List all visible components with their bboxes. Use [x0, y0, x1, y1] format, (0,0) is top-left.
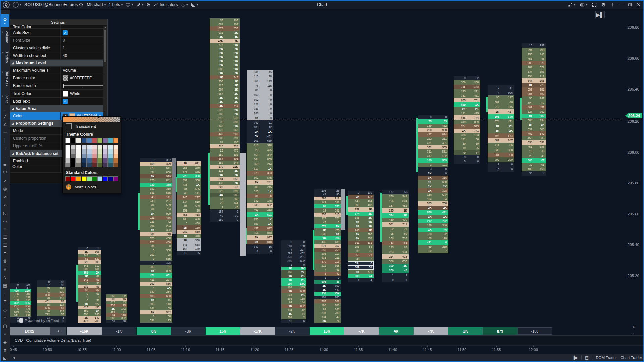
crosshair-selector[interactable]: ▾ [181, 3, 188, 7]
drawing-tools-button[interactable]: ▾ [136, 3, 143, 7]
shade-cell[interactable] [87, 154, 92, 158]
tool-arrow-down-left[interactable]: ↙ [0, 177, 10, 185]
templates-selector[interactable]: ▾ [191, 3, 198, 7]
shade-cell[interactable] [82, 154, 86, 158]
shade-cell[interactable] [114, 145, 118, 149]
theme-shade-column[interactable] [103, 145, 108, 167]
theme-color-swatch[interactable] [97, 138, 102, 143]
theme-color-swatch[interactable] [71, 138, 76, 143]
shade-cell[interactable] [103, 158, 107, 163]
more-colors-option[interactable]: More Colors... [63, 182, 121, 191]
shade-cell[interactable] [108, 163, 113, 167]
tool-spiral[interactable]: ◎ [0, 185, 10, 193]
tool-hatch[interactable]: ≋ [0, 201, 10, 209]
slider-control[interactable]: ı ı ı [63, 83, 103, 88]
tool-text-tool[interactable]: T [0, 298, 10, 306]
theme-shade-column[interactable] [76, 145, 81, 167]
shade-cell[interactable] [114, 158, 118, 163]
tool-arrow-tool[interactable]: → [0, 144, 10, 153]
standard-color-swatch[interactable] [76, 176, 81, 181]
shade-cell[interactable] [66, 145, 70, 149]
tool-pitchfork[interactable]: Ψ [0, 169, 10, 177]
dom-trader-button[interactable]: DOM Trader [596, 356, 617, 360]
shade-cell[interactable] [87, 163, 92, 167]
fullscreen-button[interactable] [592, 2, 597, 7]
settings-row-text-color[interactable]: Text Color [8, 25, 107, 29]
tool-volume-profile[interactable]: ☰ [0, 233, 10, 241]
standard-color-swatch[interactable] [108, 176, 113, 181]
theme-color-swatch[interactable] [113, 138, 118, 143]
minimize-button[interactable]: — [619, 2, 624, 7]
shade-cell[interactable] [103, 149, 107, 154]
collapse-panel-button[interactable]: ▾ [568, 2, 575, 7]
settings-dialog-title[interactable]: Settings [8, 19, 107, 25]
tool-projection[interactable]: ⇅ [0, 257, 10, 265]
theme-shade-column[interactable] [113, 145, 118, 167]
lots-selector[interactable]: 1 Lots▾ [109, 2, 123, 7]
shade-cell[interactable] [108, 145, 113, 149]
theme-color-swatch[interactable] [103, 138, 108, 143]
time-axis[interactable]: 0:4510:5010:5511:0011:0511:1011:1511:201… [10, 345, 644, 354]
shade-cell[interactable] [82, 158, 86, 163]
scroll-right-icon[interactable]: ▐▶ [572, 355, 578, 360]
shade-cell[interactable] [108, 154, 113, 158]
tool-fib-levels[interactable]: ≣ [0, 161, 10, 169]
checkbox-checked[interactable]: ✓ [63, 99, 68, 104]
symbol-selector[interactable]: SOLUSDT@BinanceFutures [24, 2, 84, 7]
shade-cell[interactable] [71, 158, 75, 163]
tool-angle-tool[interactable]: ∠ [0, 120, 10, 128]
tool-cross-line[interactable]: + [0, 153, 10, 161]
jump-to-end-button[interactable]: ▶▌ [595, 11, 605, 18]
scrollbar-thumb[interactable] [104, 30, 106, 62]
tool-ellipse-shape[interactable]: ○ [0, 225, 10, 233]
chart-trader-button[interactable]: Chart Trader [620, 356, 642, 360]
shade-cell[interactable] [82, 149, 86, 154]
search-icon[interactable] [79, 3, 84, 7]
shade-cell[interactable] [103, 154, 107, 158]
theme-color-swatch[interactable] [108, 138, 113, 143]
shade-cell[interactable] [108, 149, 113, 154]
settings-section-maximum-level[interactable]: ◢Maximum Level [8, 60, 107, 67]
scrollbar-up-arrow[interactable]: ▲ [103, 26, 107, 29]
tool-rectangle-shape[interactable]: ▭ [0, 217, 10, 225]
settings-row-font-size[interactable]: Font Size8 [8, 37, 107, 44]
shade-cell[interactable] [66, 154, 70, 158]
shade-cell[interactable] [92, 149, 97, 154]
shade-cell[interactable] [108, 158, 113, 163]
transparent-option[interactable]: Transparent [63, 122, 121, 130]
shade-cell[interactable] [71, 145, 75, 149]
standard-color-swatch[interactable] [82, 176, 87, 181]
settings-button[interactable]: ⚙ [601, 2, 606, 7]
theme-color-swatch[interactable] [82, 138, 87, 143]
shade-cell[interactable] [76, 149, 81, 154]
shade-cell[interactable] [98, 145, 102, 149]
restore-button[interactable] [628, 3, 632, 7]
tool-price-label[interactable]: ⌂ [0, 314, 10, 322]
settings-row-clusters-values-divic[interactable]: Clusters values divic1 [8, 44, 107, 52]
tool-callout[interactable]: ▢ [0, 322, 10, 330]
chart-type-selector[interactable]: M5 chart▾ [87, 2, 106, 7]
shade-cell[interactable] [82, 145, 86, 149]
alpha-gradient-bar[interactable]: ▼ ▲ [63, 117, 120, 122]
tool-note-tag[interactable]: ◇ [0, 306, 10, 314]
tool-selection-box[interactable]: ▦ [0, 282, 10, 290]
standard-color-swatch[interactable] [92, 176, 97, 181]
shade-cell[interactable] [71, 154, 75, 158]
alpha-marker-top[interactable]: ▼ [98, 117, 100, 119]
standard-color-swatch[interactable] [103, 176, 108, 181]
theme-shade-column[interactable] [97, 145, 102, 167]
sidebar-panel-volume[interactable]: Volume ▸ [1, 31, 9, 46]
tool-trend-line[interactable]: ╱ [0, 112, 10, 120]
scroll-left-arrow[interactable]: ◀ [13, 356, 15, 359]
connection-status[interactable]: ▾ [13, 2, 21, 8]
shade-cell[interactable] [103, 163, 107, 167]
shade-cell[interactable] [92, 154, 97, 158]
settings-row-auto-size[interactable]: Auto Size✓ [8, 29, 107, 37]
settings-row-border-width[interactable]: Border widthı ı ı [8, 82, 107, 90]
settings-row-maximum-volume-t[interactable]: Maximum Volume TVolume [8, 67, 107, 74]
settings-row-width-to-show-text[interactable]: Width to show text40 [8, 52, 107, 60]
tool-diamond-marker[interactable]: ◈ [0, 338, 10, 346]
settings-row-border-color[interactable]: Border color#00FFFFFF [8, 74, 107, 82]
shade-cell[interactable] [98, 149, 102, 154]
shade-cell[interactable] [66, 158, 70, 163]
